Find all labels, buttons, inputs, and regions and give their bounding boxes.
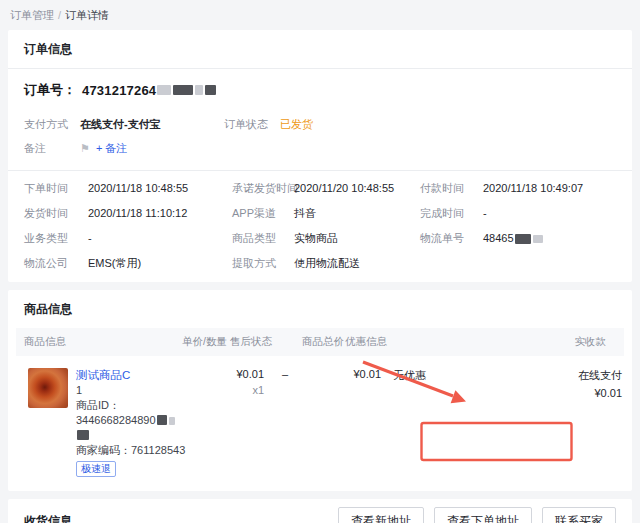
quantity: x1 [186,384,264,396]
detail-label: 承诺发货时间 [232,182,294,195]
detail-label: 付款时间 [420,182,483,195]
detail-label: APP渠道 [232,207,294,220]
redacted-block [195,85,203,95]
detail-value: - [483,207,487,220]
pay-type: 在线支付 [504,368,622,383]
col-aftersale-status: 售后状态 [230,335,302,349]
payment-method-label: 支付方式 [24,117,80,132]
order-status-label: 订单状态 [224,117,280,132]
order-info-title: 订单信息 [8,30,632,69]
order-number-value: 4731217264 [82,83,217,98]
detail-value: 实物商品 [294,232,338,245]
product-table-header: 商品信息 单价/数量 售后状态 商品总价 优惠信息 实收款 [16,328,624,356]
merchant-code-line: 商家编码：761128543 [76,443,186,458]
detail-value: - [88,232,92,245]
flag-icon: ⚑ [80,142,90,155]
redacted-block [77,430,89,440]
unit-price: ¥0.01 [186,368,264,380]
detail-row: APP渠道 抖音 [232,207,420,220]
product-info-card: 商品信息 商品信息 单价/数量 售后状态 商品总价 优惠信息 实收款 测试商品C… [8,290,632,491]
product-thumbnail[interactable] [28,368,68,408]
detail-value: 抖音 [294,207,316,220]
detail-row: 完成时间 - [420,207,616,220]
order-detail-grid: 下单时间 2020/11/18 10:48:55 发货时间 2020/11/18… [24,182,616,270]
detail-label: 商品类型 [232,232,294,245]
remark-row: 备注 ⚑ + 备注 [24,136,616,160]
shipping-info-title: 收货信息 [24,513,72,523]
detail-value: 2020/11/18 10:49:07 [483,182,583,195]
breadcrumb-separator: / [58,9,61,21]
redacted-block [157,415,167,425]
redacted-block [515,234,531,244]
detail-value: 2020/11/18 11:10:12 [88,207,187,220]
detail-value: EMS(常用) [88,257,141,270]
view-order-address-button[interactable]: 查看下单地址 [434,507,532,523]
detail-value: 2020/11/18 10:48:55 [88,182,188,195]
add-remark-link[interactable]: + 备注 [96,141,127,156]
total-price-value: ¥0.01 [306,368,381,477]
detail-value: 2020/11/20 10:48:55 [294,182,394,195]
product-table-row: 测试商品C 1 商品ID：3446668284890 商家编码：76112854… [16,356,624,491]
col-received-amount: 实收款 [497,335,624,349]
tracking-number-value: 48465 [483,232,544,245]
detail-row: 商品类型 实物商品 [232,232,420,245]
detail-label: 物流公司 [24,257,88,270]
detail-label: 物流单号 [420,232,483,245]
product-info-title: 商品信息 [8,290,632,328]
detail-row: 发货时间 2020/11/18 11:10:12 [24,207,232,220]
order-info-card: 订单信息 订单号： 4731217264 支付方式 在线支付-支付宝 订单状态 … [8,30,632,282]
detail-row: 物流公司 EMS(常用) [24,257,232,270]
payment-status-row: 支付方式 在线支付-支付宝 订单状态 已发货 [24,112,616,136]
order-status-badge: 已发货 [280,117,313,132]
col-total-price: 商品总价 [302,335,345,349]
product-name-link[interactable]: 测试商品C [76,369,130,381]
redacted-block [157,85,171,95]
discount-value: 无优惠 [381,368,504,477]
detail-label: 业务类型 [24,232,88,245]
detail-label: 下单时间 [24,182,88,195]
detail-row: 付款时间 2020/11/18 10:49:07 [420,182,616,195]
order-number-label: 订单号： [24,81,76,99]
redacted-block [205,85,216,95]
col-discount-info: 优惠信息 [345,335,497,349]
breadcrumb-order-management[interactable]: 订单管理 [10,9,54,21]
redacted-block [173,85,193,95]
detail-row: 业务类型 - [24,232,232,245]
tracking-number-row: 物流单号 48465 [420,232,616,245]
remark-label: 备注 [24,141,80,156]
detail-row: 下单时间 2020/11/18 10:48:55 [24,182,232,195]
order-number-line: 订单号： 4731217264 [24,81,616,99]
redacted-block [533,235,543,243]
redacted-block [169,417,175,425]
detail-value: 使用物流配送 [294,257,360,270]
detail-label: 发货时间 [24,207,88,220]
section-divider [8,170,632,171]
product-id-line: 商品ID：3446668284890 [76,398,186,443]
detail-label: 完成时间 [420,207,483,220]
payment-method-value: 在线支付-支付宝 [80,117,161,132]
col-product-info: 商品信息 [24,335,182,349]
detail-label: 提取方式 [232,257,294,270]
detail-row: 承诺发货时间 2020/11/20 10:48:55 [232,182,420,195]
breadcrumb: 订单管理/订单详情 [0,0,640,30]
detail-row: 提取方式 使用物流配送 [232,257,420,270]
contact-buyer-button[interactable]: 联系买家 [542,507,616,523]
view-new-address-button[interactable]: 查看新地址 [338,507,424,523]
col-unit-price-qty: 单价/数量 [182,335,230,349]
shipping-info-card: 收货信息 查看新地址 查看下单地址 联系买家 收货人 *** 联系方式 *** … [8,499,632,523]
pay-amount: ¥0.01 [504,387,622,399]
breadcrumb-order-detail: 订单详情 [65,9,109,21]
fast-refund-tag: 极速退 [76,461,116,477]
aftersale-status-value: – [264,368,306,477]
product-spec: 1 [76,383,186,398]
